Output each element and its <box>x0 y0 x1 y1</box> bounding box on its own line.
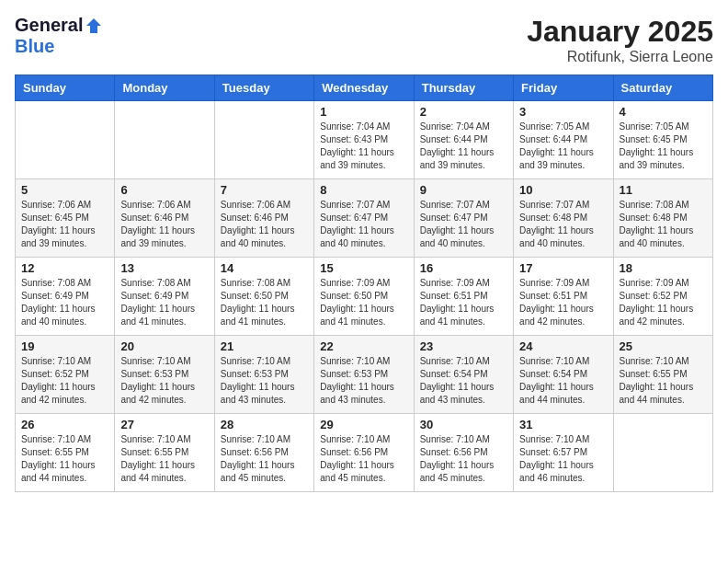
day-number: 23 <box>420 339 507 353</box>
day-info: Sunrise: 7:06 AM Sunset: 6:46 PM Dayligh… <box>120 199 208 250</box>
day-number: 16 <box>420 261 507 275</box>
day-info: Sunrise: 7:05 AM Sunset: 6:45 PM Dayligh… <box>620 121 707 172</box>
calendar-day-cell: 25Sunrise: 7:10 AM Sunset: 6:55 PM Dayli… <box>613 336 712 414</box>
calendar-day-cell: 17Sunrise: 7:09 AM Sunset: 6:51 PM Dayli… <box>514 258 613 336</box>
calendar-day-cell <box>16 101 115 179</box>
day-number: 25 <box>620 339 707 353</box>
calendar-day-cell: 23Sunrise: 7:10 AM Sunset: 6:54 PM Dayli… <box>414 336 513 414</box>
title-area: January 2025 Rotifunk, Sierra Leone <box>527 15 713 65</box>
calendar-table: SundayMondayTuesdayWednesdayThursdayFrid… <box>15 75 713 492</box>
calendar-day-cell: 11Sunrise: 7:08 AM Sunset: 6:48 PM Dayli… <box>613 179 712 258</box>
day-number: 17 <box>519 261 607 275</box>
day-number: 3 <box>519 105 607 119</box>
logo: General Blue <box>15 15 103 57</box>
page-header: General Blue January 2025 Rotifunk, Sier… <box>15 15 713 65</box>
day-number: 10 <box>519 183 607 197</box>
day-number: 8 <box>320 183 407 197</box>
day-number: 19 <box>21 339 108 353</box>
day-number: 21 <box>221 339 308 353</box>
day-info: Sunrise: 7:08 AM Sunset: 6:49 PM Dayligh… <box>120 277 208 328</box>
calendar-day-cell: 8Sunrise: 7:07 AM Sunset: 6:47 PM Daylig… <box>314 179 414 258</box>
day-number: 6 <box>120 183 208 197</box>
day-info: Sunrise: 7:07 AM Sunset: 6:47 PM Dayligh… <box>320 199 407 250</box>
day-number: 31 <box>519 418 607 431</box>
weekday-header-cell: Friday <box>514 75 613 101</box>
calendar-day-cell: 3Sunrise: 7:05 AM Sunset: 6:44 PM Daylig… <box>514 101 613 179</box>
day-info: Sunrise: 7:06 AM Sunset: 6:45 PM Dayligh… <box>21 199 108 250</box>
month-title: January 2025 <box>527 15 713 49</box>
calendar-day-cell <box>115 101 214 179</box>
calendar-day-cell: 5Sunrise: 7:06 AM Sunset: 6:45 PM Daylig… <box>16 179 115 258</box>
day-info: Sunrise: 7:06 AM Sunset: 6:46 PM Dayligh… <box>221 199 308 250</box>
calendar-day-cell: 12Sunrise: 7:08 AM Sunset: 6:49 PM Dayli… <box>16 258 115 336</box>
weekday-header-cell: Wednesday <box>314 75 414 101</box>
day-info: Sunrise: 7:10 AM Sunset: 6:56 PM Dayligh… <box>420 433 507 485</box>
location-title: Rotifunk, Sierra Leone <box>527 49 713 65</box>
day-number: 18 <box>620 261 707 275</box>
calendar-day-cell: 30Sunrise: 7:10 AM Sunset: 6:56 PM Dayli… <box>414 414 513 492</box>
calendar-day-cell: 1Sunrise: 7:04 AM Sunset: 6:43 PM Daylig… <box>314 101 414 179</box>
day-info: Sunrise: 7:10 AM Sunset: 6:55 PM Dayligh… <box>21 433 108 485</box>
weekday-header-cell: Sunday <box>16 75 115 101</box>
day-info: Sunrise: 7:10 AM Sunset: 6:52 PM Dayligh… <box>21 355 108 407</box>
day-info: Sunrise: 7:09 AM Sunset: 6:50 PM Dayligh… <box>320 277 407 328</box>
weekday-header-row: SundayMondayTuesdayWednesdayThursdayFrid… <box>16 75 713 101</box>
day-number: 27 <box>120 418 208 431</box>
day-number: 14 <box>221 261 308 275</box>
day-info: Sunrise: 7:08 AM Sunset: 6:50 PM Dayligh… <box>221 277 308 328</box>
weekday-header-cell: Saturday <box>613 75 712 101</box>
day-number: 26 <box>21 418 108 431</box>
calendar-day-cell: 4Sunrise: 7:05 AM Sunset: 6:45 PM Daylig… <box>613 101 712 179</box>
weekday-header-cell: Tuesday <box>214 75 313 101</box>
calendar-day-cell: 24Sunrise: 7:10 AM Sunset: 6:54 PM Dayli… <box>514 336 613 414</box>
calendar-day-cell: 22Sunrise: 7:10 AM Sunset: 6:53 PM Dayli… <box>314 336 414 414</box>
day-info: Sunrise: 7:07 AM Sunset: 6:47 PM Dayligh… <box>420 199 507 250</box>
calendar-day-cell: 31Sunrise: 7:10 AM Sunset: 6:57 PM Dayli… <box>514 414 613 492</box>
day-number: 24 <box>519 339 607 353</box>
calendar-day-cell: 28Sunrise: 7:10 AM Sunset: 6:56 PM Dayli… <box>214 414 313 492</box>
day-number: 20 <box>120 339 208 353</box>
day-info: Sunrise: 7:09 AM Sunset: 6:51 PM Dayligh… <box>420 277 507 328</box>
day-info: Sunrise: 7:10 AM Sunset: 6:53 PM Dayligh… <box>221 355 308 407</box>
day-info: Sunrise: 7:10 AM Sunset: 6:57 PM Dayligh… <box>519 433 607 485</box>
calendar-day-cell: 6Sunrise: 7:06 AM Sunset: 6:46 PM Daylig… <box>115 179 214 258</box>
calendar-body: 1Sunrise: 7:04 AM Sunset: 6:43 PM Daylig… <box>16 101 713 492</box>
calendar-day-cell: 9Sunrise: 7:07 AM Sunset: 6:47 PM Daylig… <box>414 179 513 258</box>
day-info: Sunrise: 7:08 AM Sunset: 6:49 PM Dayligh… <box>21 277 108 328</box>
day-number: 15 <box>320 261 407 275</box>
day-number: 5 <box>21 183 108 197</box>
calendar-day-cell: 21Sunrise: 7:10 AM Sunset: 6:53 PM Dayli… <box>214 336 313 414</box>
day-info: Sunrise: 7:04 AM Sunset: 6:43 PM Dayligh… <box>320 121 407 172</box>
day-info: Sunrise: 7:10 AM Sunset: 6:55 PM Dayligh… <box>620 355 707 407</box>
day-info: Sunrise: 7:05 AM Sunset: 6:44 PM Dayligh… <box>519 121 607 172</box>
day-number: 12 <box>21 261 108 275</box>
calendar-day-cell: 2Sunrise: 7:04 AM Sunset: 6:44 PM Daylig… <box>414 101 513 179</box>
calendar-week-row: 26Sunrise: 7:10 AM Sunset: 6:55 PM Dayli… <box>16 414 713 492</box>
calendar-week-row: 5Sunrise: 7:06 AM Sunset: 6:45 PM Daylig… <box>16 179 713 258</box>
day-info: Sunrise: 7:10 AM Sunset: 6:53 PM Dayligh… <box>320 355 407 407</box>
day-number: 1 <box>320 105 407 119</box>
day-info: Sunrise: 7:10 AM Sunset: 6:55 PM Dayligh… <box>120 433 208 485</box>
logo-blue: Blue <box>15 36 54 57</box>
day-info: Sunrise: 7:09 AM Sunset: 6:52 PM Dayligh… <box>620 277 707 328</box>
calendar-day-cell: 26Sunrise: 7:10 AM Sunset: 6:55 PM Dayli… <box>16 414 115 492</box>
day-number: 2 <box>420 105 507 119</box>
day-info: Sunrise: 7:10 AM Sunset: 6:54 PM Dayligh… <box>420 355 507 407</box>
calendar-day-cell: 20Sunrise: 7:10 AM Sunset: 6:53 PM Dayli… <box>115 336 214 414</box>
calendar-day-cell: 15Sunrise: 7:09 AM Sunset: 6:50 PM Dayli… <box>314 258 414 336</box>
day-number: 11 <box>620 183 707 197</box>
calendar-day-cell: 16Sunrise: 7:09 AM Sunset: 6:51 PM Dayli… <box>414 258 513 336</box>
calendar-week-row: 1Sunrise: 7:04 AM Sunset: 6:43 PM Daylig… <box>16 101 713 179</box>
calendar-day-cell <box>613 414 712 492</box>
calendar-day-cell: 14Sunrise: 7:08 AM Sunset: 6:50 PM Dayli… <box>214 258 313 336</box>
calendar-week-row: 19Sunrise: 7:10 AM Sunset: 6:52 PM Dayli… <box>16 336 713 414</box>
day-number: 29 <box>320 418 407 431</box>
day-info: Sunrise: 7:04 AM Sunset: 6:44 PM Dayligh… <box>420 121 507 172</box>
logo-icon <box>85 17 103 35</box>
day-number: 22 <box>320 339 407 353</box>
logo-general: General <box>15 15 83 36</box>
weekday-header-cell: Thursday <box>414 75 513 101</box>
calendar-day-cell: 19Sunrise: 7:10 AM Sunset: 6:52 PM Dayli… <box>16 336 115 414</box>
day-info: Sunrise: 7:08 AM Sunset: 6:48 PM Dayligh… <box>620 199 707 250</box>
calendar-day-cell: 18Sunrise: 7:09 AM Sunset: 6:52 PM Dayli… <box>613 258 712 336</box>
